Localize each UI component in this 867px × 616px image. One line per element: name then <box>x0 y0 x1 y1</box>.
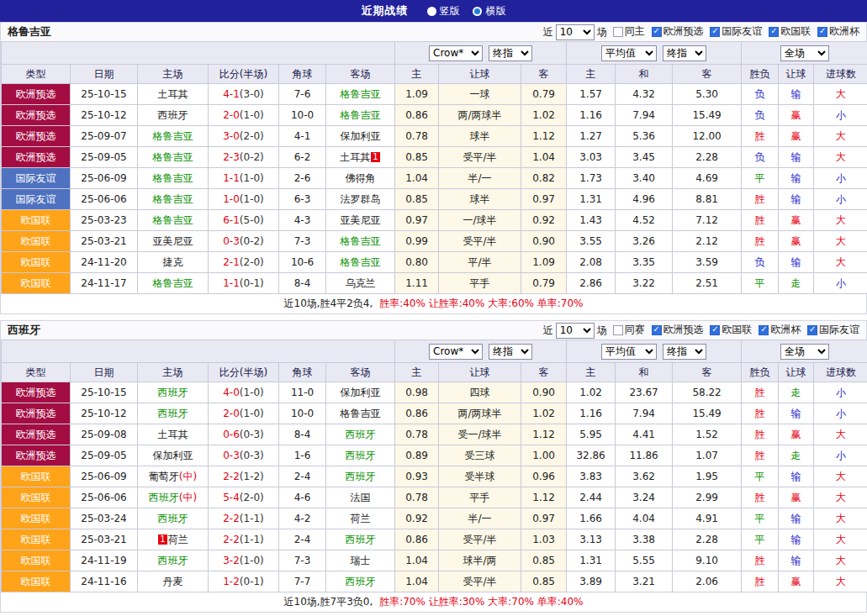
away-team-cell: 亚美尼亚 <box>326 210 395 231</box>
filter-checkbox[interactable]: 同赛 <box>613 323 645 337</box>
recent-count-select[interactable]: 10 <box>556 24 595 40</box>
away-team-cell: 保加利亚 <box>326 126 395 147</box>
filter-checkbox[interactable]: 欧国联 <box>710 323 752 337</box>
checkbox-icon[interactable] <box>759 325 769 335</box>
home-team: 格鲁吉亚 <box>153 151 193 163</box>
result-handicap: 赢 <box>779 424 814 445</box>
section-summary: 近10场,胜7平3负0, 胜率:70% 让胜率:30% 大率:70% 单率:40… <box>1 592 866 612</box>
euro-odds-dropdowns: 平均值 终指 <box>567 340 742 363</box>
result-wdl: 平 <box>742 508 779 529</box>
away-team: 西班牙 <box>346 534 376 545</box>
euro-draw-odds: 3.35 <box>616 252 673 273</box>
final-odds-select[interactable]: 终指 <box>489 45 532 61</box>
ah-line: 球半 <box>439 189 521 210</box>
checkbox-label[interactable]: 国际友谊 <box>819 323 859 337</box>
checkbox-label[interactable]: 欧洲预选 <box>663 323 704 337</box>
euro-final-select[interactable]: 终指 <box>663 344 706 360</box>
table-row: 欧国联 24-11-19 西班牙 3-2(1-0) 7-3 瑞士 1.04 球半… <box>2 550 867 571</box>
recent-count-select[interactable]: 10 <box>556 323 595 339</box>
filter-checkbox[interactable]: 欧国联 <box>769 24 811 39</box>
full-time-score: 1-1 <box>223 277 240 289</box>
euro-away-odds: 1.07 <box>673 445 742 466</box>
checkbox-label[interactable]: 欧洲杯 <box>829 24 859 39</box>
checkbox-label[interactable]: 欧国联 <box>780 24 811 39</box>
match-date: 24-11-17 <box>71 273 138 294</box>
layout-radio[interactable]: 横版 <box>473 4 505 18</box>
checkbox-icon[interactable] <box>652 27 662 37</box>
home-team: 格鲁吉亚 <box>153 130 193 142</box>
checkbox-icon[interactable] <box>769 27 779 37</box>
full-time-score: 1-2 <box>223 576 240 587</box>
away-team: 西班牙 <box>346 471 376 482</box>
radio-icon[interactable] <box>473 7 482 16</box>
radio-label[interactable]: 横版 <box>485 4 505 18</box>
filter-checkbox[interactable]: 欧洲杯 <box>817 24 859 39</box>
corners-cell: 7-3 <box>279 231 326 252</box>
euro-away-odds: 2.99 <box>673 487 742 508</box>
checkbox-label[interactable]: 同赛 <box>625 323 645 337</box>
euro-final-select[interactable]: 终指 <box>663 45 706 61</box>
home-team-cell: 土耳其 <box>138 424 209 445</box>
radio-label[interactable]: 竖版 <box>440 4 460 18</box>
away-team-cell: 瑞士 <box>326 550 395 571</box>
away-team-cell: 西班牙 <box>326 424 395 445</box>
score-cell: 2-2(1-2) <box>209 466 279 487</box>
match-date: 25-10-12 <box>71 105 138 126</box>
home-team-cell: 格鲁吉亚 <box>138 168 209 189</box>
bookmaker-select[interactable]: Crow* <box>429 45 483 61</box>
euro-away-odds: 9.10 <box>673 550 742 571</box>
ah-line: 受平/半 <box>439 231 521 252</box>
match-type: 欧国联 <box>2 252 71 273</box>
ah-away-odds: 0.90 <box>521 382 567 403</box>
checkbox-label[interactable]: 国际友谊 <box>722 24 762 39</box>
layout-radio[interactable]: 竖版 <box>427 4 460 18</box>
checkbox-label[interactable]: 同主 <box>625 24 645 39</box>
checkbox-label[interactable]: 欧洲预选 <box>663 24 704 39</box>
half-time-score: (1-0) <box>240 408 264 419</box>
filter-checkbox[interactable]: 欧洲杯 <box>759 323 801 337</box>
summary-record: 近10场,胜7平3负0, <box>284 596 373 608</box>
euro-home-odds: 32.86 <box>567 445 616 466</box>
match-type: 国际友谊 <box>2 168 71 189</box>
checkbox-label[interactable]: 欧国联 <box>722 323 752 337</box>
page-title: 近期战绩 <box>362 3 409 18</box>
result-goals: 大 <box>814 529 867 550</box>
filter-checkbox[interactable]: 同主 <box>613 24 645 39</box>
scope-select[interactable]: 全场 <box>780 344 829 360</box>
checkbox-icon[interactable] <box>710 27 720 37</box>
checkbox-icon[interactable] <box>613 325 623 335</box>
filter-checkbox[interactable]: 国际友谊 <box>710 24 762 39</box>
checkbox-icon[interactable] <box>807 325 817 335</box>
filter-checkbox[interactable]: 国际友谊 <box>807 323 859 337</box>
ah-away-odds: 1.03 <box>521 529 567 550</box>
corners-cell: 7-3 <box>279 550 326 571</box>
checkbox-icon[interactable] <box>652 325 662 335</box>
full-time-score: 2-2 <box>223 471 240 482</box>
match-date: 25-06-09 <box>71 466 138 487</box>
euro-draw-odds: 4.41 <box>616 424 673 445</box>
euro-home-odds: 2.86 <box>567 273 616 294</box>
checkbox-icon[interactable] <box>613 27 623 37</box>
final-odds-select[interactable]: 终指 <box>489 344 532 360</box>
radio-icon[interactable] <box>427 7 436 16</box>
away-team-cell: 格鲁吉亚 <box>326 403 395 424</box>
summary-rates: 胜率:70% 让胜率:30% 大率:70% 单率:40% <box>379 596 583 608</box>
ah-line: 一球 <box>439 84 521 105</box>
corners-cell: 6-3 <box>279 189 326 210</box>
filter-checkbox[interactable]: 欧洲预选 <box>652 24 704 39</box>
average-select[interactable]: 平均值 <box>601 45 657 61</box>
scope-select[interactable]: 全场 <box>780 45 829 61</box>
home-team-cell: 格鲁吉亚 <box>138 273 209 294</box>
corners-cell: 2-4 <box>279 529 326 550</box>
checkbox-icon[interactable] <box>710 325 720 335</box>
filter-checkbox[interactable]: 欧洲预选 <box>652 323 704 337</box>
bookmaker-select[interactable]: Crow* <box>429 344 483 360</box>
average-select[interactable]: 平均值 <box>601 344 657 360</box>
match-date: 25-03-24 <box>71 508 138 529</box>
match-date: 25-06-09 <box>71 168 138 189</box>
match-date: 25-09-05 <box>71 445 138 466</box>
checkbox-label[interactable]: 欧洲杯 <box>770 323 801 337</box>
checkbox-icon[interactable] <box>817 27 827 37</box>
away-team-cell: 法罗群岛 <box>326 189 395 210</box>
euro-away-odds: 2.28 <box>673 529 742 550</box>
